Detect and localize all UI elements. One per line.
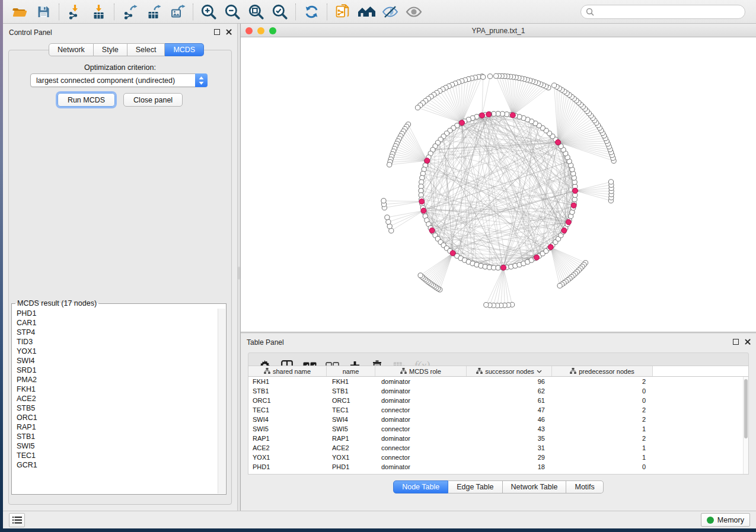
- network-hub-node[interactable]: [425, 158, 430, 164]
- network-hub-node[interactable]: [486, 112, 492, 117]
- network-node[interactable]: [487, 74, 492, 79]
- zoom-out-button[interactable]: [221, 2, 244, 22]
- mcds-node-item[interactable]: GCR1: [12, 460, 218, 470]
- mcds-node-item[interactable]: SRD1: [12, 366, 218, 375]
- home-button[interactable]: [355, 2, 378, 22]
- zoom-in-button[interactable]: [197, 2, 221, 22]
- import-network-button[interactable]: [63, 2, 87, 22]
- close-panel-icon[interactable]: [225, 28, 232, 36]
- tab-motifs[interactable]: Motifs: [566, 480, 603, 493]
- mcds-node-item[interactable]: SWI4: [12, 356, 218, 366]
- float-table-panel-icon[interactable]: [733, 339, 739, 345]
- network-hub-node[interactable]: [571, 203, 576, 208]
- table-row[interactable]: STB1STB1dominator620: [248, 386, 743, 396]
- network-node[interactable]: [481, 75, 486, 79]
- network-node[interactable]: [386, 219, 391, 224]
- network-node[interactable]: [387, 224, 392, 229]
- network-hub-node[interactable]: [460, 120, 465, 126]
- clone-network-button[interactable]: [331, 2, 355, 22]
- network-node[interactable]: [484, 303, 489, 307]
- apply-layout-button[interactable]: [299, 2, 323, 22]
- mcds-node-item[interactable]: PHD1: [12, 309, 218, 318]
- mcds-node-item[interactable]: SWI5: [12, 441, 218, 451]
- close-panel-button[interactable]: Close panel: [123, 93, 183, 107]
- float-panel-icon[interactable]: [214, 29, 220, 35]
- network-hub-node[interactable]: [510, 113, 515, 118]
- network-hub-node[interactable]: [566, 219, 571, 225]
- save-session-button[interactable]: [31, 2, 55, 22]
- show-all-button[interactable]: [402, 2, 426, 22]
- maximize-window-icon[interactable]: [269, 27, 276, 34]
- table-scrollbar[interactable]: [743, 377, 748, 474]
- network-node[interactable]: [385, 215, 390, 220]
- tab-network[interactable]: Network: [49, 43, 94, 56]
- table-row[interactable]: SWI5SWI5connector431: [248, 424, 743, 434]
- network-node[interactable]: [494, 73, 499, 78]
- table-row[interactable]: YOX1YOX1connector291: [248, 453, 743, 462]
- mcds-node-item[interactable]: FKH1: [12, 384, 218, 394]
- network-node[interactable]: [387, 162, 392, 167]
- network-graph[interactable]: [241, 37, 756, 332]
- network-hub-node[interactable]: [534, 255, 540, 260]
- search-input[interactable]: [597, 8, 740, 16]
- import-table-button[interactable]: [87, 2, 110, 22]
- network-node[interactable]: [418, 273, 423, 278]
- export-image-button[interactable]: [165, 2, 189, 22]
- table-scrollbar-thumb[interactable]: [744, 379, 748, 438]
- close-table-panel-icon[interactable]: [744, 338, 751, 345]
- mcds-node-item[interactable]: STP4: [12, 328, 218, 337]
- table-row[interactable]: SWI4SWI4dominator462: [248, 415, 743, 424]
- network-hub-node[interactable]: [480, 113, 485, 118]
- tab-select[interactable]: Select: [127, 43, 165, 56]
- network-node[interactable]: [381, 198, 386, 203]
- table-row[interactable]: PHD1PHD1dominator180: [248, 462, 743, 472]
- tab-network-table[interactable]: Network Table: [503, 480, 567, 493]
- column-header-name[interactable]: name: [327, 366, 375, 376]
- mcds-node-item[interactable]: ACE2: [12, 394, 218, 403]
- network-view[interactable]: [241, 37, 756, 332]
- network-hub-node[interactable]: [573, 188, 578, 194]
- network-hub-node[interactable]: [419, 199, 425, 204]
- table-row[interactable]: FKH1FKH1dominator962: [248, 377, 743, 386]
- run-mcds-button[interactable]: Run MCDS: [58, 93, 115, 107]
- network-hub-node[interactable]: [501, 265, 506, 270]
- network-hub-node[interactable]: [562, 228, 567, 233]
- optimization-select[interactable]: largest connected component (undirected): [30, 73, 208, 87]
- network-hub-node[interactable]: [429, 228, 435, 233]
- open-file-button[interactable]: [8, 2, 31, 22]
- network-hub-node[interactable]: [548, 245, 553, 250]
- mcds-node-item[interactable]: CAR1: [12, 318, 218, 328]
- splitter-grip[interactable]: [238, 267, 240, 280]
- mcds-node-item[interactable]: STB5: [12, 403, 218, 413]
- close-window-icon[interactable]: [245, 27, 253, 34]
- tab-node-table[interactable]: Node Table: [393, 480, 448, 493]
- export-network-button[interactable]: [118, 2, 142, 22]
- network-node[interactable]: [415, 105, 420, 110]
- tab-mcds[interactable]: MCDS: [165, 43, 204, 56]
- table-row[interactable]: TEC1TEC1connector472: [248, 405, 743, 415]
- mcds-node-item[interactable]: RAP1: [12, 422, 218, 432]
- network-node[interactable]: [608, 180, 613, 184]
- minimize-window-icon[interactable]: [257, 27, 264, 34]
- tab-style[interactable]: Style: [94, 43, 127, 56]
- table-row[interactable]: RAP1RAP1dominator352: [248, 434, 743, 443]
- network-node[interactable]: [557, 283, 562, 288]
- mcds-scrollbar[interactable]: [218, 309, 225, 493]
- task-history-button[interactable]: [9, 513, 25, 527]
- network-node[interactable]: [552, 83, 557, 88]
- column-header-shared-name[interactable]: shared name: [248, 366, 327, 376]
- table-row[interactable]: ACE2ACE2connector311: [248, 443, 743, 453]
- hide-selected-button[interactable]: [378, 2, 402, 22]
- tab-edge-table[interactable]: Edge Table: [448, 480, 502, 493]
- mcds-node-item[interactable]: ORC1: [12, 413, 218, 422]
- table-row[interactable]: ORC1ORC1dominator610: [248, 396, 743, 405]
- network-hub-node[interactable]: [556, 140, 561, 145]
- zoom-fit-button[interactable]: [244, 2, 268, 22]
- column-header-successor-nodes[interactable]: successor nodes: [467, 366, 552, 376]
- network-hub-node[interactable]: [421, 208, 426, 213]
- column-header-predecessor-nodes[interactable]: predecessor nodes: [552, 366, 653, 376]
- zoom-selected-button[interactable]: [268, 2, 292, 22]
- column-header-MCDS-role[interactable]: MCDS role: [375, 366, 467, 376]
- mcds-node-item[interactable]: TID3: [12, 337, 218, 347]
- network-hub-node[interactable]: [450, 251, 455, 256]
